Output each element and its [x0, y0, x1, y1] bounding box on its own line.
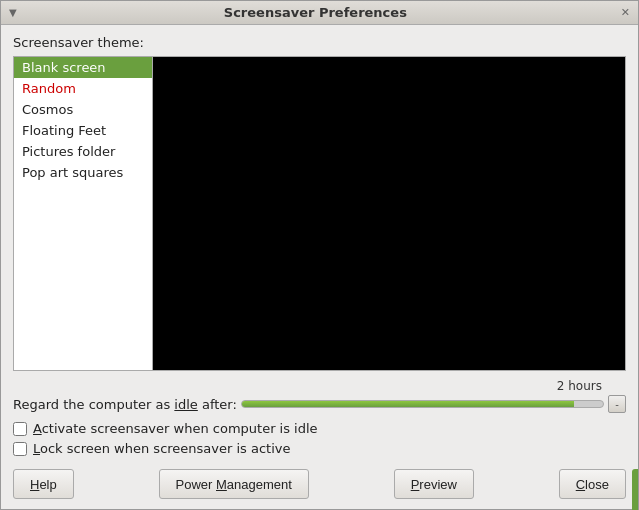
theme-item-blank-screen[interactable]: Blank screen: [14, 57, 152, 78]
button-row: Help Power Management Preview Close: [13, 469, 626, 499]
idle-slider-fill: [242, 401, 574, 407]
idle-hours-value: 2 hours: [557, 379, 602, 393]
activate-screensaver-label: Activate screensaver when computer is id…: [33, 421, 318, 436]
right-accent-bar: [632, 469, 638, 510]
idle-slider-row: Regard the computer as idle after: -: [13, 395, 626, 413]
theme-item-floating-feet[interactable]: Floating Feet: [14, 120, 152, 141]
main-area: Blank screen Random Cosmos Floating Feet…: [13, 56, 626, 371]
help-button[interactable]: Help: [13, 469, 74, 499]
idle-label: Regard the computer as idle after:: [13, 397, 237, 412]
theme-item-cosmos[interactable]: Cosmos: [14, 99, 152, 120]
activate-screensaver-checkbox[interactable]: [13, 422, 27, 436]
screensaver-preferences-window: ▼ Screensaver Preferences ✕ Screensaver …: [0, 0, 639, 510]
theme-item-pop-art-squares[interactable]: Pop art squares: [14, 162, 152, 183]
theme-list: Blank screen Random Cosmos Floating Feet…: [13, 56, 153, 371]
window-title: Screensaver Preferences: [17, 5, 614, 20]
window-menu-arrow[interactable]: ▼: [9, 7, 17, 18]
lock-screen-row: Lock screen when screensaver is active: [13, 441, 626, 456]
lock-screen-label: Lock screen when screensaver is active: [33, 441, 291, 456]
idle-value-row: 2 hours: [13, 379, 626, 395]
title-bar: ▼ Screensaver Preferences ✕: [1, 1, 638, 25]
theme-item-pictures-folder[interactable]: Pictures folder: [14, 141, 152, 162]
theme-section-label: Screensaver theme:: [13, 35, 626, 50]
close-button[interactable]: Close: [559, 469, 626, 499]
screensaver-preview: [153, 56, 626, 371]
close-icon[interactable]: ✕: [614, 6, 630, 19]
preview-button[interactable]: Preview: [394, 469, 474, 499]
activate-screensaver-row: Activate screensaver when computer is id…: [13, 421, 626, 436]
lock-screen-checkbox[interactable]: [13, 442, 27, 456]
slider-decrement-button[interactable]: -: [608, 395, 626, 413]
theme-item-random[interactable]: Random: [14, 78, 152, 99]
idle-slider-track[interactable]: [241, 400, 604, 408]
main-content: Screensaver theme: Blank screen Random C…: [1, 25, 638, 509]
power-management-button[interactable]: Power Management: [159, 469, 309, 499]
